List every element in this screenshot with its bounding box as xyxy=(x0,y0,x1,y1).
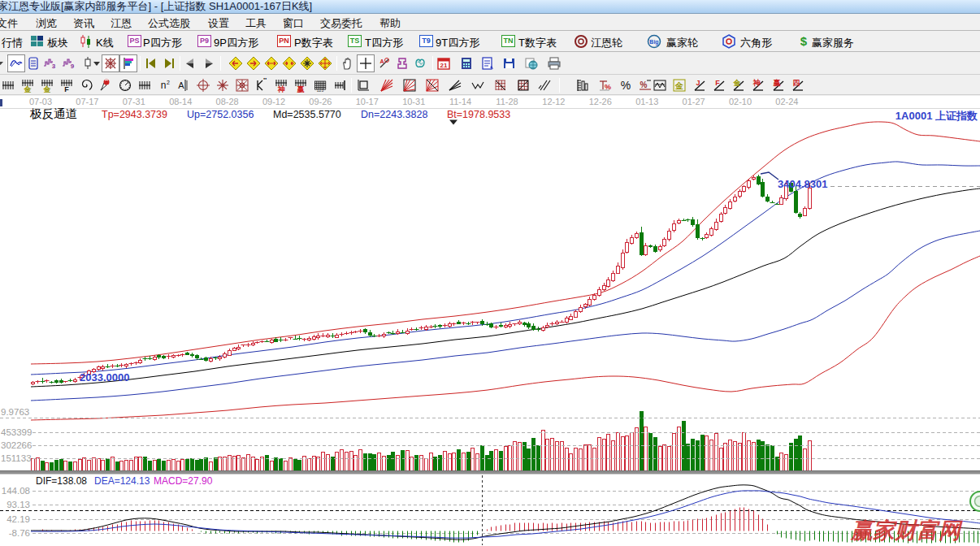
zoom-star-icon[interactable] xyxy=(298,54,316,72)
candle-body xyxy=(139,361,142,363)
mirror-icon[interactable]: A xyxy=(175,76,193,94)
menu-gann[interactable]: 江恩 xyxy=(111,16,132,31)
volume-bar xyxy=(471,448,475,471)
cycle-circle-icon[interactable] xyxy=(116,76,134,94)
menu-window[interactable]: 窗口 xyxy=(283,16,304,31)
zoom-shrink-icon[interactable] xyxy=(280,54,298,72)
target-icon[interactable] xyxy=(194,76,212,94)
gold-lines2-icon[interactable]: 金 xyxy=(38,76,56,94)
hand-drag-icon[interactable] xyxy=(338,54,356,72)
toolbar-label-sectors: 板块 xyxy=(47,36,68,50)
t-percent-icon[interactable]: % xyxy=(596,76,614,94)
last-bar-icon[interactable] xyxy=(160,54,178,72)
volume-bar xyxy=(322,453,325,471)
parallel-icon[interactable] xyxy=(536,76,553,94)
zoom-expand-icon[interactable] xyxy=(262,54,280,72)
candle-body xyxy=(233,349,236,351)
gann-shape-icon[interactable] xyxy=(393,54,411,72)
menu-news[interactable]: 资讯 xyxy=(73,16,94,31)
notes-icon[interactable] xyxy=(479,54,497,72)
menu-tools[interactable]: 工具 xyxy=(245,16,267,31)
first-bar-icon[interactable] xyxy=(142,54,160,72)
gold-angle-icon[interactable]: 金 xyxy=(730,76,748,94)
volume-bar xyxy=(317,457,320,471)
star-icon[interactable] xyxy=(214,76,232,94)
bar-end-icon[interactable] xyxy=(331,76,349,94)
print-icon[interactable] xyxy=(545,54,563,72)
zoom-4way-icon[interactable] xyxy=(316,54,334,72)
svg-text:赢: 赢 xyxy=(297,85,305,93)
webpage-icon[interactable] xyxy=(523,54,540,72)
gold-lines1-icon[interactable]: 金 xyxy=(19,76,37,94)
shen-lines-icon[interactable]: 神 xyxy=(272,76,290,94)
calendar-icon[interactable]: 21 xyxy=(435,54,453,72)
next-bar-icon[interactable] xyxy=(200,54,218,72)
ruler-grid-icon[interactable]: 123 xyxy=(311,76,329,94)
chart-area[interactable]: 07-0307-1707-3108-1408-2809-1209-2610-17… xyxy=(0,96,980,546)
fib-lines-icon[interactable] xyxy=(0,76,17,94)
angle-rays-icon[interactable] xyxy=(446,76,464,94)
j-angle-icon[interactable]: J xyxy=(691,76,709,94)
volume-bar xyxy=(715,434,718,471)
volume-bar xyxy=(644,427,648,471)
meter-bars-icon[interactable] xyxy=(573,76,591,94)
candle-body xyxy=(659,247,662,250)
spiral-icon[interactable] xyxy=(77,76,95,94)
ying-lines-icon[interactable]: 赢 xyxy=(292,76,310,94)
menu-browse[interactable]: 浏览 xyxy=(36,16,57,31)
pattern-lattice-icon[interactable] xyxy=(102,54,119,72)
volume-bar xyxy=(467,453,470,471)
fan-rays-icon[interactable] xyxy=(378,76,396,94)
board-list-icon[interactable] xyxy=(24,54,42,72)
gold-box-icon[interactable]: 金 xyxy=(670,76,688,94)
candle-body xyxy=(603,286,606,290)
box-line-icon[interactable] xyxy=(355,76,373,94)
volume-bar xyxy=(79,460,82,471)
grid-star-icon[interactable] xyxy=(233,76,251,94)
watermark: 赢家财富网 xyxy=(850,518,963,543)
menu-formula-stock-pick[interactable]: 公式选股 xyxy=(148,16,190,31)
menu-help[interactable]: 帮助 xyxy=(379,16,401,31)
ying-angle-icon[interactable]: 赢 xyxy=(770,76,787,94)
pencil-icon[interactable] xyxy=(97,76,115,94)
volume-bar xyxy=(462,453,466,471)
shen-angle-icon[interactable]: 神 xyxy=(749,76,767,94)
window-titlebar[interactable]: 家江恩专业版[赢家内部服务平台] - [上证指数 SH1A0001-167日K线… xyxy=(0,0,980,14)
menu-trade-entrust[interactable]: 交易委托 xyxy=(320,16,362,31)
red-grid2-icon[interactable] xyxy=(514,76,532,94)
volume-bar xyxy=(242,458,245,471)
volume-bar xyxy=(757,440,761,471)
zoom-right-icon[interactable] xyxy=(245,54,262,72)
fan-box2-icon[interactable] xyxy=(423,76,441,94)
chart-9lines-icon[interactable]: 9 xyxy=(59,54,77,72)
volume-bar xyxy=(514,442,517,471)
crosshair-icon[interactable] xyxy=(357,54,375,72)
chart-3lines-icon[interactable]: 3 xyxy=(41,54,59,72)
volume-bar xyxy=(364,454,367,471)
menu-settings[interactable]: 设置 xyxy=(208,16,229,31)
f-angle-icon[interactable]: F xyxy=(710,76,728,94)
zigzag-wave-icon[interactable] xyxy=(469,76,487,94)
wave-shape-icon[interactable] xyxy=(411,54,429,72)
date-label: 08-28 xyxy=(216,97,239,106)
tick-lines-icon[interactable] xyxy=(136,76,154,94)
kline-icon xyxy=(80,34,94,52)
wave-box-icon[interactable] xyxy=(651,76,669,94)
calculator-icon[interactable] xyxy=(457,54,475,72)
kv-icon[interactable]: " xyxy=(253,76,271,94)
date-label: 08-14 xyxy=(169,97,192,106)
market-overview-icon[interactable] xyxy=(7,54,25,72)
save-icon[interactable] xyxy=(500,54,518,72)
zoom-left-icon[interactable] xyxy=(227,54,245,72)
angle-measure-icon[interactable]: A xyxy=(375,54,393,72)
prev-bar-icon[interactable] xyxy=(181,54,199,72)
red-grid1-icon[interactable] xyxy=(492,76,510,94)
si-angle-icon[interactable]: 四 xyxy=(789,76,807,94)
menu-bar: 文件浏览资讯江恩公式选股设置工具窗口交易委托帮助 xyxy=(0,15,980,31)
color-flag-icon[interactable] xyxy=(119,54,137,72)
n-square-icon[interactable]: n2 xyxy=(155,76,173,94)
menu-file[interactable]: 文件 xyxy=(0,16,18,31)
fan-box1-icon[interactable] xyxy=(401,76,418,94)
f-lines-icon[interactable]: F xyxy=(58,76,76,94)
percent-icon[interactable]: % xyxy=(617,76,635,94)
